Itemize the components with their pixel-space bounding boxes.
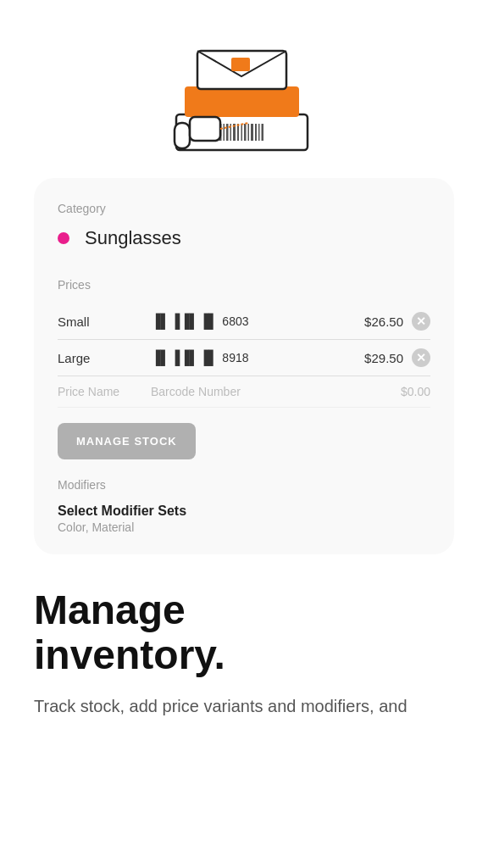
price-amount-large: $29.50 <box>344 351 403 365</box>
price-name-input[interactable]: Price Name <box>58 385 142 398</box>
category-dot <box>58 232 69 244</box>
price-input-row[interactable]: Price Name Barcode Number $0.00 <box>58 376 430 408</box>
headline: Manage inventory. <box>34 588 454 678</box>
svg-rect-12 <box>251 124 253 141</box>
barcode-icon: ▐▌▐▐▌▐▌ <box>151 314 218 329</box>
illustration-area <box>0 0 488 170</box>
category-name: Sunglasses <box>85 227 181 249</box>
select-modifier-sets[interactable]: Select Modifier Sets <box>58 504 430 519</box>
barcode-value-small: 6803 <box>222 314 248 328</box>
remove-small-button[interactable]: ✕ <box>412 312 430 331</box>
svg-rect-8 <box>237 124 239 141</box>
price-name-large: Large <box>58 351 142 365</box>
svg-rect-18 <box>231 58 250 71</box>
svg-rect-9 <box>241 124 243 141</box>
svg-rect-10 <box>244 124 247 141</box>
svg-rect-15 <box>262 124 264 141</box>
barcode-cell-small: ▐▌▐▐▌▐▌ 6803 <box>151 314 336 329</box>
modifiers-sub: Color, Material <box>58 520 430 534</box>
svg-rect-4 <box>224 124 225 141</box>
svg-rect-20 <box>190 117 220 141</box>
price-row-large: Large ▐▌▐▐▌▐▌ 8918 $29.50 ✕ <box>58 340 430 376</box>
svg-rect-13 <box>255 124 257 141</box>
price-row: Small ▐▌▐▐▌▐▌ 6803 $26.50 ✕ <box>58 303 430 340</box>
headline-line2: inventory. <box>34 632 225 677</box>
category-label: Category <box>58 202 430 215</box>
barcode-icon-2: ▐▌▐▐▌▐▌ <box>151 350 218 365</box>
modifiers-section: Modifiers Select Modifier Sets Color, Ma… <box>58 478 430 534</box>
remove-large-button[interactable]: ✕ <box>412 348 430 367</box>
barcode-value-large: 8918 <box>222 351 248 364</box>
prices-label: Prices <box>58 278 430 292</box>
price-amount-input[interactable]: $0.00 <box>371 385 430 398</box>
inventory-illustration <box>151 25 337 161</box>
svg-rect-19 <box>175 123 190 148</box>
barcode-number-input[interactable]: Barcode Number <box>151 385 363 398</box>
modifiers-label: Modifiers <box>58 478 430 492</box>
bottom-text-section: Manage inventory. Track stock, add price… <box>0 580 488 753</box>
category-row: Sunglasses <box>58 227 430 258</box>
price-name-small: Small <box>58 314 142 329</box>
manage-stock-button[interactable]: MANAGE STOCK <box>58 423 196 459</box>
prices-section: Prices Small ▐▌▐▐▌▐▌ 6803 $26.50 ✕ Large… <box>58 278 430 459</box>
svg-rect-16 <box>185 86 299 117</box>
svg-rect-14 <box>258 124 260 141</box>
svg-rect-11 <box>248 124 250 141</box>
barcode-cell-large: ▐▌▐▐▌▐▌ 8918 <box>151 350 336 365</box>
headline-line1: Manage <box>34 587 186 632</box>
price-amount-small: $26.50 <box>344 314 403 329</box>
product-card: Category Sunglasses Prices Small ▐▌▐▐▌▐▌… <box>34 178 454 554</box>
svg-rect-5 <box>226 124 229 141</box>
subtext: Track stock, add price variants and modi… <box>34 693 454 719</box>
